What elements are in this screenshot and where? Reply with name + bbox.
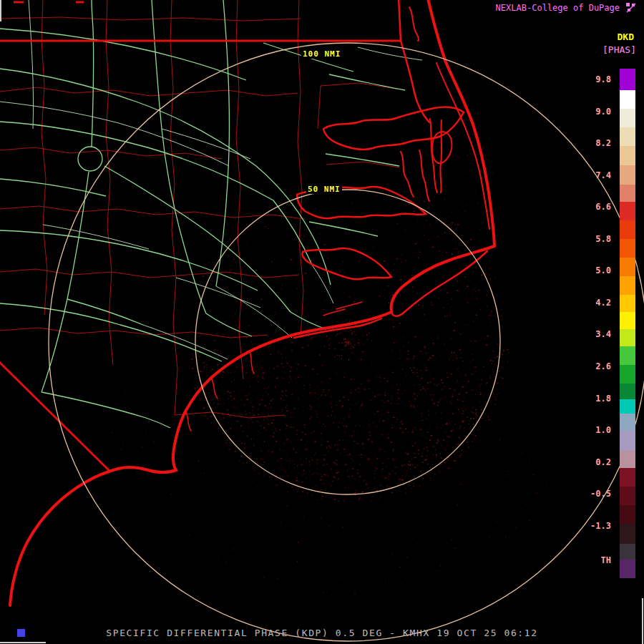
colorbar-threshold-label: TH (561, 555, 611, 565)
state-borders (0, 2, 401, 472)
colorbar-segment (620, 487, 635, 505)
colorbar (620, 69, 635, 578)
site-credit-text: NEXLAB-College of DuPage (496, 3, 620, 13)
colorbar-segment (620, 524, 635, 544)
radar-display: NEXLAB-College of DuPage DKD [PHAS] 9.89… (0, 0, 644, 644)
colorbar-segment (620, 127, 635, 146)
colorbar-tick: -0.5 (561, 489, 611, 499)
radar-map-canvas (0, 0, 644, 644)
colorbar-tick: 9.0 (561, 107, 611, 117)
frame-line-bottom-right (642, 598, 643, 644)
highways (0, 0, 405, 428)
colorbar-segment (620, 202, 635, 220)
colorbar-segment (620, 365, 635, 384)
colorbar-tick: 2.6 (561, 361, 611, 371)
colorbar-segment (620, 69, 635, 90)
colorbar-segment (620, 146, 635, 165)
colorbar-segment (620, 312, 635, 329)
colorbar-segment (620, 220, 635, 239)
product-id-label: DKD (618, 31, 634, 42)
colorbar-tick: 5.8 (561, 234, 611, 244)
colorbar-tick: 5.0 (561, 265, 611, 275)
minor-roads (0, 0, 422, 359)
frame-line-bottom-left (0, 642, 46, 643)
colorbar-segment (620, 90, 635, 109)
frame-line-top-left (0, 0, 1, 21)
colorbar-segment (620, 295, 635, 312)
colorbar-segment (620, 165, 635, 185)
colorbar-tick: 4.2 (561, 298, 611, 308)
product-units-label: [PHAS] (602, 44, 636, 55)
colorbar-tick: 8.2 (561, 138, 611, 148)
colorbar-tick: 3.4 (561, 329, 611, 339)
colorbar-segment (620, 451, 635, 468)
corner-marker-square (17, 629, 25, 637)
colorbar-segment (620, 505, 635, 524)
colorbar-segment (620, 414, 635, 431)
range-ring-label: 100 NMI (301, 49, 342, 59)
colorbar-segment (620, 329, 635, 346)
colorbar-segment (620, 384, 635, 399)
colorbar-tick: 7.4 (561, 170, 611, 180)
product-title-text: SPECIFIC DIFFERENTIAL PHASE (KDP) 0.5 DE… (0, 628, 644, 638)
colorbar-tick: 0.2 (561, 457, 611, 467)
colorbar-segment (620, 109, 635, 127)
colorbar-segment (620, 258, 635, 276)
colorbar-segment (620, 560, 635, 578)
colorbar-tick: 6.6 (561, 202, 611, 212)
colorbar-tick: 1.8 (561, 394, 611, 404)
colorbar-segment (620, 544, 635, 560)
colorbar-segment (620, 239, 635, 258)
colorbar-tick: 1.0 (561, 425, 611, 435)
coastline (10, 0, 494, 605)
colorbar-segment (620, 185, 635, 202)
colorbar-segment (620, 346, 635, 365)
colorbar-segment (620, 431, 635, 451)
colorbar-tick: 9.8 (561, 74, 611, 84)
range-ring-label: 50 NMI (306, 185, 342, 194)
colorbar-segment (620, 276, 635, 295)
colorbar-segment (620, 468, 635, 487)
colorbar-tick: -1.3 (561, 521, 611, 531)
colorbar-segment (620, 399, 635, 414)
nexlab-logo-icon (625, 2, 637, 14)
